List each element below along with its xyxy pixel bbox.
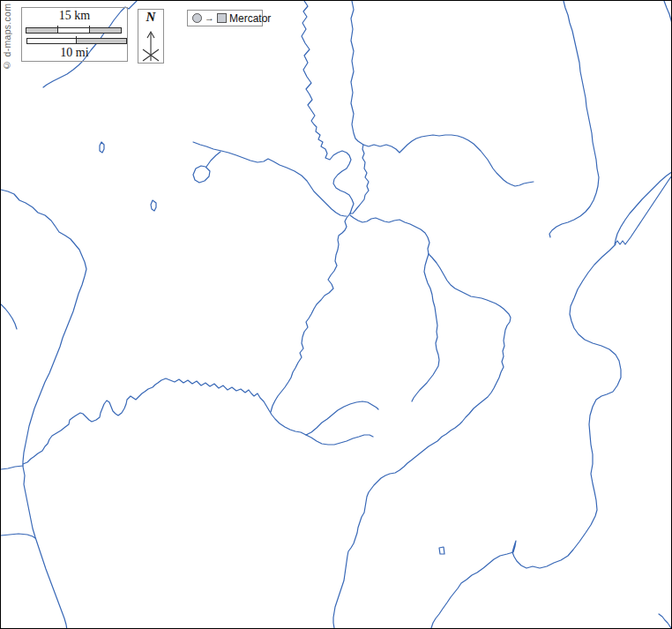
small-lake-1 <box>100 142 104 153</box>
projection-label: Mercator <box>229 12 271 25</box>
river-fork-south <box>412 254 439 401</box>
small-lake-2 <box>151 200 156 211</box>
river-west-tributary-2 <box>1 534 35 538</box>
river-west-tributary-1 <box>1 466 23 469</box>
river-northeast <box>549 1 599 237</box>
small-lake-3 <box>439 547 444 554</box>
map-frame: 15 km 10 mi N → Mercator © d-maps.com <box>0 0 672 629</box>
scale-bar-km <box>26 27 122 34</box>
scale-bar-mi-segment <box>77 39 126 43</box>
river-corner-ne <box>664 1 672 26</box>
scale-mi-label: 10 mi <box>22 46 127 60</box>
lake-blob <box>193 166 210 183</box>
river-south-arc <box>23 378 373 464</box>
scale-bar-mi <box>26 38 127 44</box>
river-narrow-loop <box>615 171 672 244</box>
river-west <box>1 190 86 629</box>
river-east-branch <box>350 215 429 254</box>
river-west-to-center <box>193 142 347 216</box>
scale-box: 15 km 10 mi <box>21 7 128 62</box>
circle-icon <box>192 13 202 23</box>
scale-bar-km-segment <box>26 28 58 33</box>
river-north-meander <box>302 1 354 213</box>
projection-legend: → Mercator <box>187 10 263 26</box>
river-left-edge-stub <box>1 304 17 329</box>
north-indicator: N <box>138 9 164 64</box>
river-central-stem <box>271 213 350 412</box>
north-arrow-icon <box>139 13 162 63</box>
transform-arrow: → <box>205 13 214 23</box>
scale-km-label: 15 km <box>22 9 127 23</box>
scale-bar-km-tick <box>57 26 58 34</box>
scale-bar-km-tick <box>89 26 90 34</box>
river-east-upper <box>363 135 534 186</box>
river-right-long <box>431 244 621 628</box>
river-arc-branch-ne <box>306 401 378 435</box>
river-long-southeast <box>333 254 511 628</box>
river-corner-se <box>659 614 671 628</box>
square-icon <box>217 13 227 23</box>
copyright-text: © d-maps.com <box>2 9 12 71</box>
map-canvas <box>1 1 672 629</box>
river-north-straight <box>350 1 369 213</box>
lake-blob-stem <box>206 152 220 167</box>
scale-bar-km-segment <box>89 28 121 33</box>
scale-bar-mi-tick <box>76 36 77 44</box>
